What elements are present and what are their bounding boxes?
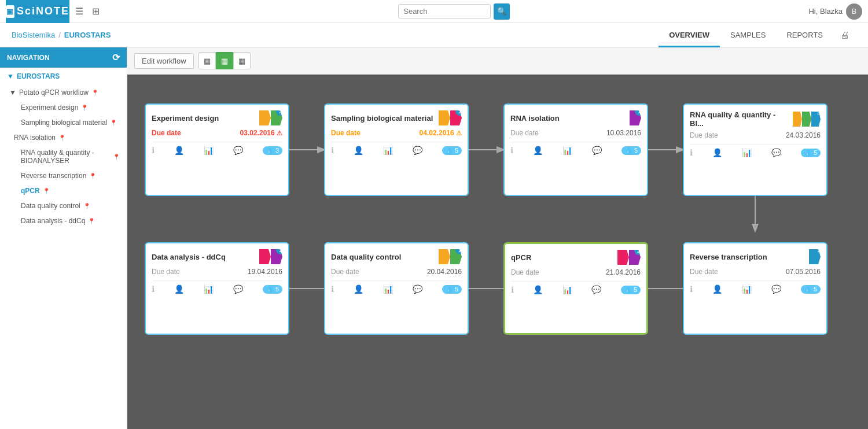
comment-icon4[interactable]: 💬	[771, 148, 781, 157]
view-btn-grid-small[interactable]: ▦	[198, 52, 216, 69]
drop-icon6: 💧	[624, 286, 632, 294]
info-icon7[interactable]: ℹ	[331, 284, 334, 294]
sidebar-item-data-quality[interactable]: Data quality control 📍	[0, 198, 127, 213]
tab-samples[interactable]: SAMPLES	[720, 23, 776, 47]
user-icon[interactable]: 👤	[174, 146, 184, 155]
chart-icon8[interactable]: 📊	[204, 284, 214, 294]
sidebar-project[interactable]: ▼ EUROSTARS	[0, 68, 127, 85]
comment-icon6[interactable]: 💬	[591, 285, 601, 294]
breadcrumb-current[interactable]: EUROSTARS	[64, 31, 111, 39]
card-rna-iso-tag: 1	[630, 110, 641, 125]
due-date8: 19.04.2016	[248, 268, 282, 276]
info-icon8[interactable]: ℹ	[152, 284, 155, 294]
chart-icon2[interactable]: 📊	[204, 146, 214, 155]
card-rna-iso[interactable]: RNA isolation 1 Due date 10.03.2016 ℹ	[503, 103, 648, 196]
tab-reports[interactable]: REPORTS	[776, 23, 833, 47]
sidebar-item-exp-design[interactable]: Experiment design 📍	[0, 100, 127, 115]
card-data-quality-due: Due date 20.04.2016	[331, 268, 462, 276]
due-date4: 24.03.2016	[786, 131, 821, 139]
info-icon6[interactable]: ℹ	[511, 285, 514, 294]
sidebar-item-data-analysis[interactable]: Data analysis - ddCq 📍	[0, 213, 127, 228]
card-rna-qual[interactable]: RNA quality & quantity - Bl... 3 Due dat…	[683, 103, 827, 196]
drop-icon5: 💧	[804, 286, 812, 293]
drop-num8: 5	[275, 286, 279, 293]
card-sampling[interactable]: Sampling biological material 2 Due date …	[324, 103, 469, 196]
user-icon3[interactable]: 👤	[533, 146, 543, 155]
sidebar-item-rev-trans[interactable]: Reverse transcription 📍	[0, 168, 127, 183]
card-qpcr-tag: 2	[617, 250, 641, 265]
chart-icon3[interactable]: 📊	[383, 146, 393, 155]
breadcrumb-sep: /	[58, 31, 61, 39]
chart-icon5[interactable]: 📊	[742, 148, 752, 157]
comment-icon[interactable]: 💬	[233, 146, 243, 155]
drop-icon3: 💧	[625, 147, 633, 154]
comment-icon5[interactable]: 💬	[771, 284, 781, 294]
sidebar-section: ▼ EUROSTARS ▼ Potato qPCR workflow 📍 Exp…	[0, 68, 127, 228]
card-sampling-due: Due date 04.02.2016 ⚠	[331, 129, 462, 137]
workflow-grid-container: Experiment design 2 Due date 03.02.2016 …	[145, 98, 816, 352]
info-icon[interactable]: ℹ	[152, 146, 155, 155]
user-icon4[interactable]: 👤	[712, 148, 722, 157]
info-icon3[interactable]: ℹ	[510, 146, 513, 155]
sidebar-item-qpcr[interactable]: qPCR 📍	[0, 183, 127, 198]
view-btn-grid-medium[interactable]: ▦	[216, 52, 233, 69]
pin-icon7: 📍	[43, 188, 50, 194]
card-rev-trans[interactable]: Reverse transcription 1 Due date 07.05.2…	[683, 242, 827, 335]
comment-icon8[interactable]: 💬	[233, 284, 243, 294]
card-data-analysis-title: Data analysis - ddCq	[152, 253, 257, 261]
user-icon8[interactable]: 👤	[174, 284, 184, 294]
sidebar-item-potato[interactable]: ▼ Potato qPCR workflow 📍	[0, 85, 127, 100]
drop-badge4[interactable]: 💧 5	[801, 149, 821, 157]
info-icon5[interactable]: ℹ	[690, 284, 693, 294]
logo-icon: ▣	[6, 5, 14, 18]
view-btn-grid-large[interactable]: ▦	[233, 52, 251, 69]
card-exp-design[interactable]: Experiment design 2 Due date 03.02.2016 …	[145, 103, 289, 196]
edit-workflow-button[interactable]: Edit workflow	[134, 53, 194, 69]
card-qpcr-title: qPCR	[511, 253, 615, 262]
info-icon2[interactable]: ℹ	[331, 146, 334, 155]
drop-badge6[interactable]: 💧 5	[621, 286, 641, 294]
user-icon6[interactable]: 👤	[533, 285, 543, 294]
drop-badge[interactable]: 💧 3	[263, 146, 282, 155]
hamburger-icon[interactable]: ☰	[75, 6, 83, 17]
nav-refresh-icon[interactable]: ⟳	[112, 52, 120, 63]
sidebar-item-sampling[interactable]: Sampling biological material 📍	[0, 115, 127, 130]
print-icon[interactable]: 🖨	[833, 30, 856, 40]
chart-icon[interactable]: ⊞	[92, 6, 100, 17]
info-icon4[interactable]: ℹ	[690, 148, 693, 157]
chart-icon6[interactable]: 📊	[562, 285, 572, 294]
user-icon5[interactable]: 👤	[712, 284, 722, 294]
tab-overview[interactable]: OVERVIEW	[659, 23, 720, 47]
search-button[interactable]: 🔍	[494, 3, 510, 20]
comment-icon7[interactable]: 💬	[413, 284, 422, 294]
drop-num: 3	[275, 147, 279, 154]
card-data-quality[interactable]: Data quality control 1 Due date 20.04.20…	[324, 242, 469, 335]
sidebar-item-sampling-label: Sampling biological material	[21, 119, 107, 127]
user-icon2[interactable]: 👤	[354, 146, 363, 155]
card-exp-design-title: Experiment design	[152, 114, 257, 123]
chart-icon7[interactable]: 📊	[383, 284, 393, 294]
drop-num4: 5	[814, 149, 817, 156]
due-date6: 21.04.2016	[606, 268, 641, 276]
breadcrumb-parent[interactable]: BioSistemika	[12, 31, 55, 39]
drop-num3: 5	[634, 147, 638, 154]
chart-icon4[interactable]: 📊	[562, 146, 572, 155]
user-icon7[interactable]: 👤	[354, 284, 363, 294]
card-qpcr[interactable]: qPCR 2 Due date 21.04.2016 ℹ	[503, 242, 648, 335]
sidebar-item-rna-iso[interactable]: RNA isolation 📍	[0, 130, 127, 145]
drop-badge5[interactable]: 💧 5	[801, 285, 821, 294]
sidebar-item-rna-qual[interactable]: RNA quality & quantity - BIOANALYSER 📍	[0, 145, 127, 168]
drop-badge2[interactable]: 💧 5	[442, 146, 462, 155]
sidebar-item-potato-label: Potato qPCR workflow	[19, 88, 89, 97]
chart-icon9[interactable]: 📊	[742, 284, 752, 294]
drop-badge7[interactable]: 💧 5	[442, 285, 462, 294]
due-label: Due date	[152, 129, 181, 137]
card-data-analysis-footer: ℹ 👤 📊 💬 💧 5	[152, 280, 282, 294]
drop-badge3[interactable]: 💧 5	[621, 146, 641, 155]
search-input[interactable]	[398, 4, 491, 19]
card-data-analysis[interactable]: Data analysis - ddCq 1 Due date 19.04.20…	[145, 242, 289, 335]
drop-badge8[interactable]: 💧 5	[263, 285, 282, 294]
card-rev-trans-footer: ℹ 👤 📊 💬 💧 5	[690, 280, 821, 294]
comment-icon2[interactable]: 💬	[413, 146, 422, 155]
comment-icon3[interactable]: 💬	[592, 146, 602, 155]
